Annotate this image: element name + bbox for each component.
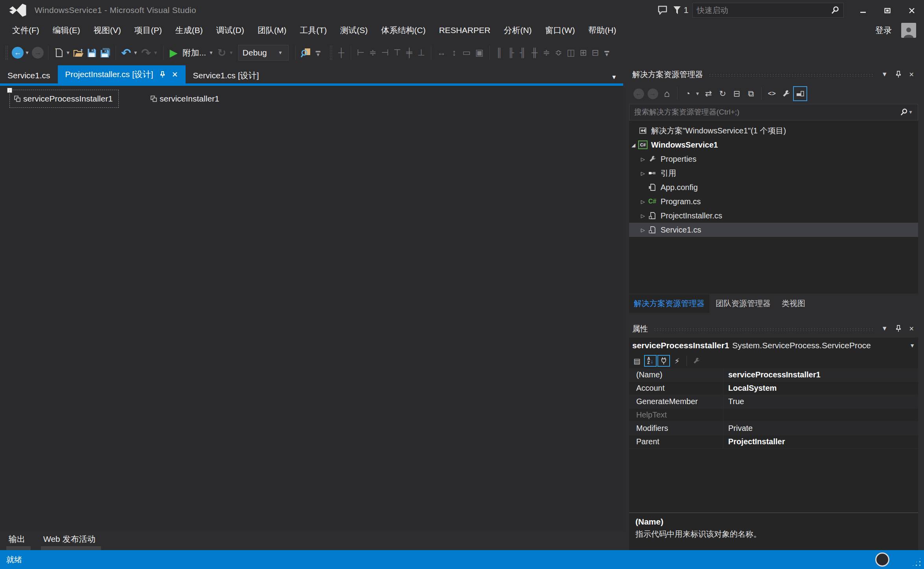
alphabetical-sort-icon[interactable]: AZ↓ — [644, 355, 657, 367]
sign-in-link[interactable]: 登录 — [872, 22, 895, 38]
se-view-code-icon[interactable]: <> — [765, 86, 779, 101]
undo-icon[interactable]: ↶ — [120, 45, 133, 61]
navigate-back-dropdown-icon[interactable]: ▼ — [25, 50, 29, 55]
minimize-button[interactable] — [851, 2, 875, 18]
new-file-icon[interactable] — [52, 45, 65, 61]
se-back-icon[interactable]: ← — [631, 86, 646, 101]
property-pages-icon[interactable] — [690, 355, 703, 367]
se-switch-views-dropdown-icon[interactable]: ▼ — [695, 91, 700, 96]
expander-collapsed-icon[interactable]: ▷ — [639, 199, 647, 205]
close-panel-icon[interactable]: ✕ — [905, 325, 918, 333]
document-list-dropdown-icon[interactable]: ▼ — [611, 74, 623, 83]
se-switch-views-icon[interactable]: ◔ — [681, 86, 695, 101]
tree-row-references[interactable]: ▷ 引用 — [629, 166, 918, 180]
categorized-icon[interactable]: ▤ — [631, 355, 643, 367]
find-in-files-icon[interactable] — [299, 45, 313, 61]
open-file-icon[interactable] — [72, 45, 85, 61]
property-row-name[interactable]: (Name) serviceProcessInstaller1 — [629, 368, 918, 382]
auto-hide-pin-icon[interactable] — [892, 71, 905, 78]
auto-hide-pin-icon[interactable] — [892, 325, 905, 332]
panel-drag-area[interactable] — [653, 328, 873, 331]
tree-row-project-windowsservice1[interactable]: ◢ C# WindowsService1 — [629, 138, 918, 152]
feedback-icon[interactable] — [654, 2, 671, 19]
tree-row-solution[interactable]: 解决方案"WindowsService1"(1 个项目) — [629, 124, 918, 138]
solution-explorer-search-box[interactable]: ▼ — [629, 104, 918, 120]
web-publish-activity-tab[interactable]: Web 发布活动 — [43, 534, 96, 545]
properties-header[interactable]: 属性 ▼ ✕ — [629, 320, 918, 338]
attach-dropdown-icon[interactable]: ▼ — [209, 50, 214, 55]
navigate-forward-button[interactable]: → — [31, 45, 44, 61]
start-debug-icon[interactable]: ▶ — [167, 45, 180, 61]
se-properties-icon[interactable] — [779, 86, 793, 101]
notification-count[interactable]: 1 — [684, 5, 688, 15]
pin-tab-icon[interactable] — [160, 71, 166, 78]
property-row-account[interactable]: Account LocalSystem — [629, 382, 918, 395]
new-file-dropdown-icon[interactable]: ▼ — [66, 50, 70, 55]
tree-row-properties[interactable]: ▷ Properties — [629, 152, 918, 166]
properties-view-icon[interactable] — [657, 355, 670, 367]
menu-tools[interactable]: 工具(T) — [293, 22, 333, 39]
layout-toolbar-grip[interactable] — [330, 46, 332, 60]
tab-team-explorer[interactable]: 团队资源管理器 — [711, 294, 775, 313]
tab-service1-cs[interactable]: Service1.cs — [0, 68, 58, 83]
toolbar-grip[interactable] — [6, 46, 8, 60]
menu-help[interactable]: 帮助(H) — [582, 22, 623, 39]
se-refresh-icon[interactable]: ↻ — [716, 86, 730, 101]
maximize-button[interactable] — [875, 2, 900, 18]
restart-icon[interactable]: ↻ — [215, 45, 228, 61]
solution-explorer-search-input[interactable] — [634, 108, 900, 116]
se-show-all-files-icon[interactable]: ⧉ — [744, 86, 758, 101]
se-preview-selected-items-icon[interactable] — [793, 86, 807, 101]
quick-launch-box[interactable] — [692, 3, 844, 18]
tree-row-programcs[interactable]: ▷ C# Program.cs — [629, 194, 918, 209]
menu-debug[interactable]: 调试(D) — [210, 22, 251, 39]
quick-launch-input[interactable] — [697, 6, 831, 15]
menu-view[interactable]: 视图(V) — [87, 22, 128, 39]
designer-surface[interactable]: serviceProcessInstaller1 serviceInstalle… — [0, 86, 623, 530]
menu-project[interactable]: 项目(P) — [128, 22, 169, 39]
restart-dropdown-icon[interactable]: ▼ — [229, 50, 234, 55]
menu-build[interactable]: 生成(B) — [169, 22, 210, 39]
property-row-modifiers[interactable]: Modifiers Private — [629, 422, 918, 435]
tab-solution-explorer[interactable]: 解决方案资源管理器 — [629, 294, 709, 313]
close-tab-icon[interactable]: ✕ — [172, 70, 178, 79]
close-panel-icon[interactable]: ✕ — [905, 71, 918, 78]
menu-analyze[interactable]: 分析(N) — [497, 22, 538, 39]
menu-test[interactable]: 测试(S) — [333, 22, 374, 39]
menu-team[interactable]: 团队(M) — [251, 22, 293, 39]
se-home-icon[interactable]: ⌂ — [660, 86, 674, 101]
notifications-flag-icon[interactable] — [671, 2, 683, 19]
user-avatar-icon[interactable] — [901, 23, 916, 38]
expander-collapsed-icon[interactable]: ▷ — [639, 213, 647, 219]
se-forward-icon[interactable]: → — [646, 86, 660, 101]
tree-row-appconfig[interactable]: App.config — [629, 180, 918, 194]
property-row-parent[interactable]: Parent ProjectInstaller — [629, 435, 918, 449]
menu-file[interactable]: 文件(F) — [6, 22, 46, 39]
tree-row-projectinstallercs[interactable]: ▷ ProjectInstaller.cs — [629, 209, 918, 223]
component-serviceprocessinstaller1[interactable]: serviceProcessInstaller1 — [9, 90, 119, 108]
search-options-dropdown-icon[interactable]: ▼ — [908, 109, 913, 115]
properties-object-selector[interactable]: serviceProcessInstaller1 System.ServiceP… — [629, 338, 918, 353]
save-all-icon[interactable] — [99, 45, 112, 61]
navigate-back-button[interactable]: ← — [11, 45, 24, 61]
solution-configurations-combo[interactable]: Debug ▼ — [238, 45, 289, 61]
redo-icon[interactable]: ↷ — [140, 45, 153, 61]
menu-architecture[interactable]: 体系结构(C) — [374, 22, 432, 39]
window-position-dropdown-icon[interactable]: ▼ — [878, 71, 892, 78]
feedback-circle-icon[interactable] — [875, 552, 889, 567]
expander-expanded-icon[interactable]: ◢ — [629, 142, 638, 148]
close-button[interactable] — [900, 2, 924, 18]
redo-dropdown-icon[interactable]: ▼ — [153, 50, 158, 55]
attach-button[interactable]: 附加... — [183, 47, 206, 58]
output-tab[interactable]: 输出 — [9, 534, 25, 545]
expander-collapsed-icon[interactable]: ▷ — [639, 156, 647, 162]
menu-resharper[interactable]: RESHARPER — [432, 22, 497, 38]
events-icon[interactable]: ⚡ — [671, 355, 683, 367]
window-position-dropdown-icon[interactable]: ▼ — [878, 325, 892, 332]
menu-edit[interactable]: 编辑(E) — [46, 22, 87, 39]
menu-window[interactable]: 窗口(W) — [538, 22, 582, 39]
layout-toolbar-overflow-icon[interactable]: ▬▼ — [601, 49, 612, 57]
tree-row-service1cs[interactable]: ▷ Service1.cs — [629, 223, 918, 237]
save-icon[interactable] — [85, 45, 99, 61]
property-row-helptext[interactable]: HelpText — [629, 408, 918, 422]
